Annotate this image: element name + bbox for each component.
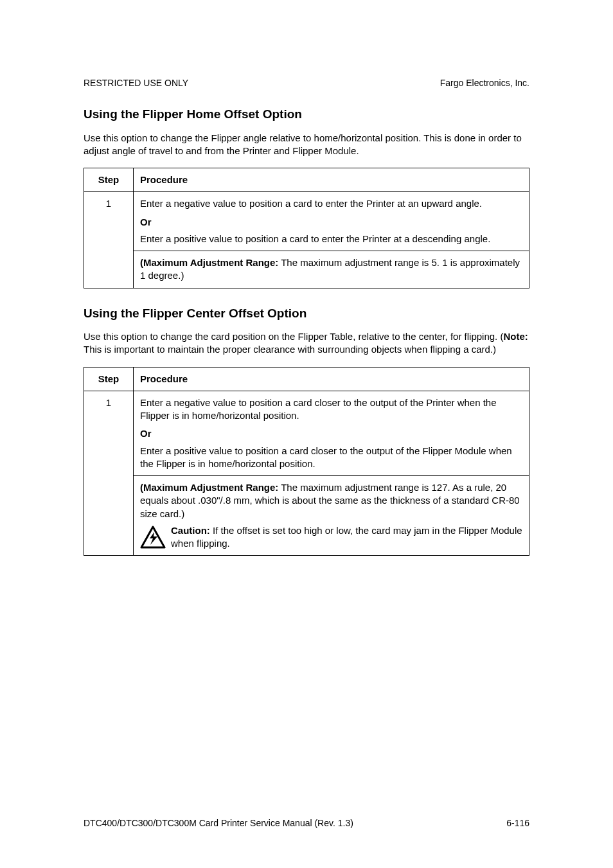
section2-table: Step Procedure 1 Enter a negative value … — [84, 367, 529, 556]
range-label: (Maximum Adjustment Range: — [140, 482, 278, 493]
procedure-cell: Enter a negative value to position a car… — [134, 391, 529, 475]
table-row: 1 Enter a negative value to position a c… — [84, 192, 529, 251]
section1-table: Step Procedure 1 Enter a negative value … — [84, 168, 529, 288]
page: RESTRICTED USE ONLY Fargo Electronics, I… — [0, 0, 613, 868]
intro-post: This is important to maintain the proper… — [84, 344, 496, 355]
table-row: (Maximum Adjustment Range: The maximum a… — [84, 476, 529, 556]
intro-pre: Use this option to change the card posit… — [84, 331, 503, 342]
table-row: (Maximum Adjustment Range: The maximum a… — [84, 251, 529, 288]
table-row: 1 Enter a negative value to position a c… — [84, 391, 529, 475]
table-head-procedure: Procedure — [134, 168, 529, 192]
header-right: Fargo Electronics, Inc. — [440, 77, 529, 89]
proc-text-1: Enter a negative value to position a car… — [140, 397, 497, 421]
note-label: Note: — [503, 331, 528, 342]
table-head-procedure: Procedure — [134, 367, 529, 391]
proc-text-1: Enter a negative value to position a car… — [140, 198, 482, 209]
section1-title: Using the Flipper Home Offset Option — [84, 106, 529, 123]
caution-lightning-icon — [140, 526, 166, 549]
section1-intro: Use this option to change the Flipper an… — [84, 132, 529, 158]
table-head-step: Step — [84, 168, 134, 192]
caution-block: Caution: If the offset is set too high o… — [140, 524, 522, 551]
proc-text-2: Enter a positive value to position a car… — [140, 233, 490, 244]
section2-title: Using the Flipper Center Offset Option — [84, 305, 529, 322]
page-header: RESTRICTED USE ONLY Fargo Electronics, I… — [84, 77, 529, 89]
step-cell: 1 — [84, 391, 134, 556]
proc-text-2: Enter a positive value to position a car… — [140, 445, 512, 469]
caution-text: If the offset is set too high or low, th… — [171, 525, 522, 549]
procedure-cell: Enter a negative value to position a car… — [134, 192, 529, 251]
caution-label: Caution: — [171, 525, 210, 536]
page-footer: DTC400/DTC300/DTC300M Card Printer Servi… — [84, 817, 529, 829]
or-label: Or — [140, 216, 522, 229]
header-left: RESTRICTED USE ONLY — [84, 77, 188, 89]
range-cell: (Maximum Adjustment Range: The maximum a… — [134, 476, 529, 556]
footer-left: DTC400/DTC300/DTC300M Card Printer Servi… — [84, 817, 353, 829]
or-label: Or — [140, 427, 522, 440]
caution-text-wrap: Caution: If the offset is set too high o… — [171, 524, 522, 551]
footer-right: 6-116 — [506, 817, 529, 829]
table-head-step: Step — [84, 367, 134, 391]
range-cell: (Maximum Adjustment Range: The maximum a… — [134, 251, 529, 288]
range-label: (Maximum Adjustment Range: — [140, 257, 278, 268]
section2-intro: Use this option to change the card posit… — [84, 330, 529, 357]
step-cell: 1 — [84, 192, 134, 288]
